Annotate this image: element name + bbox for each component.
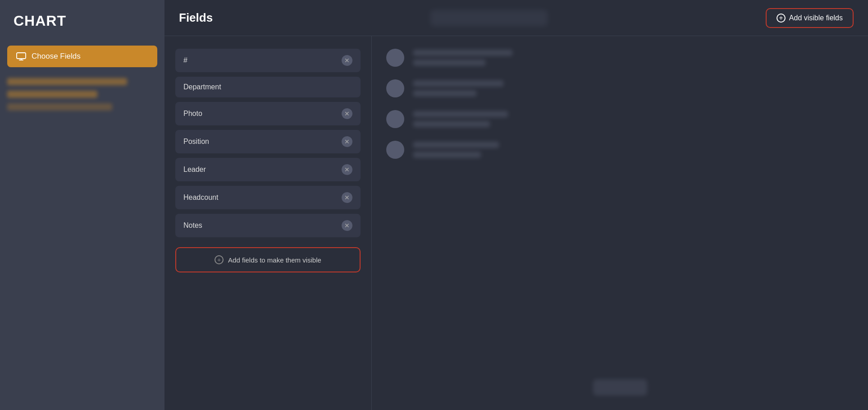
preview-panel (372, 36, 868, 410)
preview-bar-1b (413, 60, 485, 66)
header: Fields + Add visible fields (164, 0, 868, 36)
preview-row-3 (386, 110, 854, 128)
blurred-item-2 (7, 91, 97, 98)
fields-panel: # ✕ Department Photo ✕ Position ✕ Leader… (164, 36, 372, 410)
add-visible-fields-button[interactable]: + Add visible fields (766, 8, 854, 28)
field-label-hash: # (183, 56, 187, 64)
svg-rect-0 (17, 53, 26, 59)
add-fields-label: Add fields to make them visible (228, 256, 321, 264)
preview-row-2 (386, 79, 854, 97)
preview-bar-4a (413, 142, 499, 148)
monitor-icon (16, 52, 26, 60)
remove-hash-button[interactable]: ✕ (342, 55, 352, 66)
remove-leader-button[interactable]: ✕ (342, 164, 352, 175)
field-row-photo[interactable]: Photo ✕ (175, 102, 361, 125)
preview-avatar-1 (386, 49, 404, 67)
preview-bar-2a (413, 80, 503, 87)
header-center (213, 10, 766, 26)
preview-content-3 (413, 111, 508, 127)
field-row-hash[interactable]: # ✕ (175, 49, 361, 72)
field-label-leader: Leader (183, 166, 206, 174)
main-content: Fields + Add visible fields # ✕ Departme… (164, 0, 868, 410)
preview-bar-3a (413, 111, 508, 117)
sidebar-item-choose-fields[interactable]: Choose Fields (7, 46, 157, 67)
preview-content-2 (413, 80, 503, 97)
preview-row-4 (386, 141, 854, 159)
preview-bar-2b (413, 90, 476, 97)
preview-content-4 (413, 142, 499, 158)
preview-bar-4b (413, 152, 481, 158)
add-fields-plus-icon: + (215, 255, 224, 264)
field-label-photo: Photo (183, 110, 202, 118)
page-title: Fields (179, 11, 213, 25)
choose-fields-label: Choose Fields (32, 52, 81, 61)
app-logo: CHART (0, 0, 164, 42)
blurred-item-1 (7, 78, 127, 85)
preview-avatar-2 (386, 79, 404, 97)
field-row-notes[interactable]: Notes ✕ (175, 214, 361, 237)
field-row-position[interactable]: Position ✕ (175, 130, 361, 153)
field-row-headcount[interactable]: Headcount ✕ (175, 186, 361, 209)
preview-bar-3b (413, 121, 490, 127)
preview-bar-1a (413, 50, 512, 56)
preview-row-1 (386, 49, 854, 67)
preview-avatar-3 (386, 110, 404, 128)
field-label-department: Department (183, 83, 221, 91)
search-blurred (430, 10, 548, 26)
sidebar-blurred-section (0, 71, 164, 118)
add-fields-button[interactable]: + Add fields to make them visible (175, 247, 361, 272)
add-visible-fields-label: Add visible fields (789, 14, 843, 22)
remove-notes-button[interactable]: ✕ (342, 220, 352, 231)
field-row-leader[interactable]: Leader ✕ (175, 158, 361, 181)
preview-content-1 (413, 50, 512, 66)
content-area: # ✕ Department Photo ✕ Position ✕ Leader… (164, 36, 868, 410)
remove-photo-button[interactable]: ✕ (342, 108, 352, 119)
remove-headcount-button[interactable]: ✕ (342, 192, 352, 203)
plus-circle-icon: + (777, 14, 786, 23)
field-label-notes: Notes (183, 221, 202, 230)
field-row-department[interactable]: Department (175, 77, 361, 97)
field-label-position: Position (183, 138, 209, 146)
preview-pagination-bar (593, 379, 647, 396)
blurred-item-3 (7, 103, 112, 111)
field-label-headcount: Headcount (183, 193, 218, 202)
sidebar: CHART Choose Fields (0, 0, 164, 410)
preview-avatar-4 (386, 141, 404, 159)
remove-position-button[interactable]: ✕ (342, 136, 352, 147)
